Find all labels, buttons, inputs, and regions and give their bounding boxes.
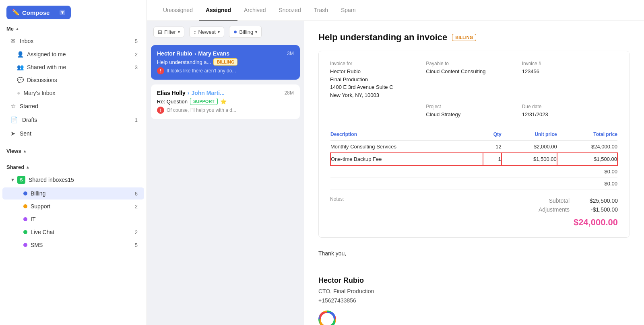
shared-inboxes-parent[interactable]: ▼ S Shared inboxes 15 (2, 173, 144, 187)
adjustments-value: -$1,500.00 (586, 206, 618, 213)
col-description: Description (330, 128, 483, 141)
logo-circle (318, 311, 336, 325)
it-dot (23, 217, 27, 221)
subtotal-row: Subtotal $25,500.00 (539, 196, 618, 205)
starred-label: Starred (20, 103, 138, 109)
conv-subject-1: Help understanding a... BILLING (157, 58, 294, 66)
sort-button[interactable]: ↕ Newest ▾ (189, 27, 224, 37)
sidebar-item-discussions[interactable]: 💬 Discussions (2, 74, 144, 86)
project-value: Cloud Strategy (426, 111, 522, 119)
it-label: IT (31, 216, 138, 222)
thank-you-text: Thank you, (318, 249, 630, 259)
conv-preview-text-2: Of course, I'll help you with a d... (167, 107, 236, 113)
billing-label: Billing (31, 190, 135, 197)
filter-label: Filter (164, 29, 176, 35)
sidebar-item-shared-with-me[interactable]: 👥 Shared with me 3 (2, 61, 144, 73)
assigned-icon: 👤 (17, 51, 24, 58)
expand-icon: ▼ (10, 177, 15, 182)
meta-empty (330, 104, 426, 119)
tab-unassigned[interactable]: Unassigned (157, 0, 199, 21)
tab-archived[interactable]: Archived (237, 0, 272, 21)
table-row-highlighted: One-time Backup Fee 1 $1,500.00 $1,500.0… (330, 153, 617, 165)
conversation-item-1[interactable]: Hector Rubio › Mary Evans 3M Help unders… (151, 45, 300, 80)
row2-qty: 1 (483, 153, 502, 165)
conv-red-dot-2: ! (157, 107, 164, 114)
conversation-item-2[interactable]: Elias Holly › John Marti... 28M Re: Ques… (151, 84, 300, 119)
row3-desc (330, 165, 483, 178)
inbox-label: Inbox (20, 38, 135, 44)
sidebar-item-billing[interactable]: Billing 6 (2, 187, 144, 200)
conv-time-1: 3M (287, 51, 294, 56)
sidebar-item-marys-inbox[interactable]: ● Mary's Inbox (2, 87, 144, 99)
row2-total: $1,500.00 (557, 153, 617, 165)
payable-to-value: Cloud Content Consulting (426, 68, 522, 76)
sidebar-item-inbox[interactable]: ✉ Inbox 5 (2, 35, 144, 47)
shared-section-header[interactable]: Shared ▲ (0, 162, 147, 173)
table-row: $0.00 (330, 177, 617, 189)
tab-assigned[interactable]: Assigned (199, 0, 237, 21)
meta-invoice-for: Invoice for Hector RubioFinal Production… (330, 61, 426, 99)
assigned-label: Assigned to me (27, 51, 135, 58)
sms-label: SMS (31, 242, 135, 248)
conv-subject-text-2: Re: Question (157, 99, 188, 105)
s-badge: S (17, 176, 25, 184)
divider-2 (0, 159, 147, 159)
conv-arrow-1: › (194, 51, 196, 57)
filter-chevron-icon: ▾ (178, 30, 180, 34)
discussions-label: Discussions (27, 77, 138, 83)
due-date-label: Due date (522, 104, 618, 109)
compose-chevron[interactable]: ▾ (60, 10, 65, 15)
drafts-label: Drafts (22, 117, 135, 123)
sidebar-item-sent[interactable]: ➤ Sent (2, 127, 144, 140)
adjustments-label: Adjustments (539, 206, 570, 213)
due-date-value: 12/31/2023 (522, 111, 618, 119)
invoice-num-label: Invoice # (522, 61, 618, 66)
row2-desc: One-time Backup Fee (330, 153, 483, 165)
invoice-card: Invoice for Hector RubioFinal Production… (318, 51, 630, 238)
tab-trash[interactable]: Trash (308, 0, 334, 21)
star-icon: ☆ (10, 103, 16, 110)
shared-inboxes-count: 15 (68, 177, 74, 183)
shared-with-me-count: 3 (135, 64, 138, 70)
conv-to-name-2: John Marti... (191, 90, 224, 96)
sidebar-item-live-chat[interactable]: Live Chat 2 (2, 226, 144, 238)
detail-pane: Help understanding an invoice BILLING In… (304, 21, 644, 325)
adjustments-row: Adjustments -$1,500.00 (539, 205, 618, 214)
filter-button[interactable]: ⊟ Filter ▾ (153, 27, 184, 37)
table-row: Monthly Consulting Services 12 $2,000.00… (330, 140, 617, 153)
detail-title-text: Help understanding an invoice (318, 32, 447, 43)
sidebar-item-sms[interactable]: SMS 5 (2, 239, 144, 251)
sig-dash: — (318, 263, 630, 273)
tab-snoozed[interactable]: Snoozed (272, 0, 307, 21)
inbox-count: 5 (135, 38, 138, 44)
sidebar-item-assigned-to-me[interactable]: 👤 Assigned to me 2 (2, 48, 144, 60)
live-chat-count: 2 (135, 229, 138, 235)
views-label: Views (6, 148, 21, 154)
conv-red-dot-1: ! (157, 67, 164, 74)
conv-from-name-1: Hector Rubio (157, 50, 192, 57)
inbox-filter-button[interactable]: ● Billing ▾ (229, 26, 262, 38)
live-chat-dot (23, 230, 27, 234)
conv-from-2: Elias Holly › John Marti... (157, 90, 225, 96)
row1-total: $24,000.00 (557, 140, 617, 153)
sig-title: CTO, Final Production (318, 287, 630, 296)
invoice-for-label: Invoice for (330, 61, 426, 66)
conv-filters: ⊟ Filter ▾ ↕ Newest ▾ ● Billing ▾ (147, 21, 304, 43)
conv-subject-text-1: Help understanding a... (157, 59, 211, 65)
sidebar: ✏️ Compose ▾ Me ▲ ✉ Inbox 5 👤 Assigned t… (0, 0, 147, 325)
invoice-table: Description Qty Unit price Total price M… (330, 128, 618, 190)
sort-label: Newest (198, 29, 215, 35)
tab-spam[interactable]: Spam (334, 0, 362, 21)
me-section-header[interactable]: Me ▲ (0, 23, 147, 34)
conv-arrow-2: › (188, 90, 190, 96)
sidebar-item-it[interactable]: IT (2, 213, 144, 225)
detail-billing-tag: BILLING (452, 34, 476, 41)
sidebar-item-starred[interactable]: ☆ Starred (2, 100, 144, 113)
col-unit-price: Unit price (502, 128, 557, 141)
sidebar-item-support[interactable]: Support 2 (2, 200, 144, 212)
compose-button[interactable]: ✏️ Compose ▾ (6, 6, 71, 19)
compose-area: ✏️ Compose ▾ (0, 0, 147, 23)
sidebar-item-drafts[interactable]: 📄 Drafts 1 (2, 113, 144, 126)
views-section-header[interactable]: Views ▲ (0, 146, 147, 156)
sort-chevron-icon: ▾ (218, 30, 220, 34)
